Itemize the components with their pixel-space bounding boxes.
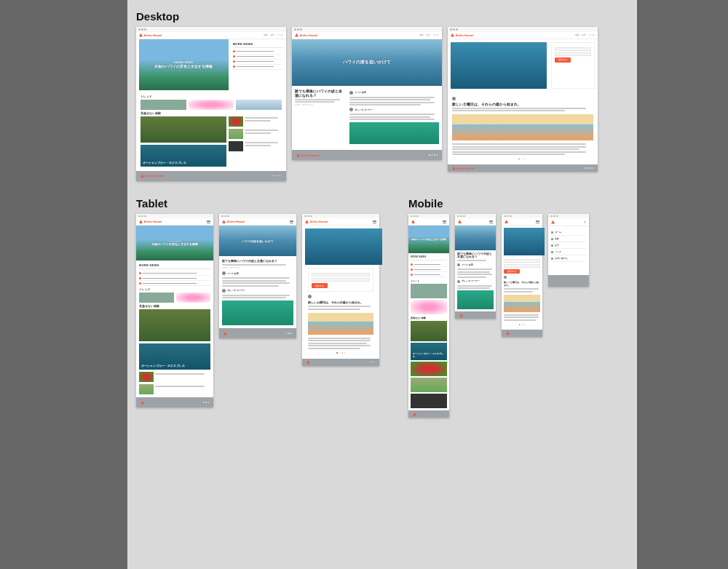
thumb-card[interactable]: [236, 100, 282, 110]
inline-photo: [222, 301, 293, 325]
email-field[interactable]: [312, 278, 370, 282]
gallery-image[interactable]: [504, 228, 545, 255]
author-byline[interactable]: ブレンダ カーサー: [222, 289, 293, 293]
menu-icon[interactable]: [489, 220, 493, 223]
news-link[interactable]: [233, 65, 283, 70]
name-field[interactable]: [555, 47, 591, 51]
social-icon[interactable]: [281, 175, 282, 177]
thumb-card[interactable]: [411, 362, 447, 376]
news-link[interactable]: [411, 262, 447, 267]
submit-button[interactable]: 送信する: [312, 283, 328, 288]
pager-dot[interactable]: [518, 159, 520, 160]
menu-icon[interactable]: [207, 220, 210, 223]
more-news-heading: MORE NEWS: [233, 42, 283, 46]
list-item[interactable]: [139, 384, 210, 394]
menu-icon[interactable]: [373, 220, 376, 223]
brand[interactable]: Aloha Hawaii: [139, 220, 162, 223]
thumb-card[interactable]: [411, 378, 447, 392]
author-byline[interactable]: マーク 杉田: [222, 271, 293, 275]
close-icon[interactable]: ×: [584, 220, 586, 224]
brand[interactable]: Aloha Hawaii: [295, 33, 317, 37]
brand[interactable]: Aloha Hawaii: [305, 220, 328, 223]
nav-link[interactable]: ブログ: [551, 249, 586, 255]
gallery-image[interactable]: [451, 42, 547, 89]
mobile-nav-menu: ホーム 体験 旅行 ブログ お問い合わせ: [548, 226, 589, 265]
nav-link[interactable]: ブログ: [588, 33, 595, 36]
nav-link[interactable]: 旅行: [270, 33, 274, 36]
list-item[interactable]: [229, 141, 282, 151]
hero-image[interactable]: 本物のハワイの景色と文化する情報: [408, 226, 449, 253]
news-link[interactable]: [233, 60, 283, 65]
menu-icon[interactable]: [536, 220, 539, 223]
news-link[interactable]: [233, 49, 283, 55]
news-link[interactable]: [411, 272, 447, 277]
nav-link[interactable]: ブログ: [432, 33, 439, 36]
home-icon: [551, 231, 553, 234]
email-field[interactable]: [504, 264, 540, 268]
thumb-card[interactable]: [411, 394, 447, 408]
social-icon[interactable]: [276, 175, 277, 177]
feature-card[interactable]: [141, 116, 226, 143]
social-icon[interactable]: [273, 175, 274, 177]
blog-icon: [551, 251, 553, 253]
tag[interactable]: ハワイ: [295, 104, 301, 106]
footer: [548, 275, 589, 287]
bullet-icon: [233, 60, 235, 63]
nav-link[interactable]: 体験: [575, 33, 579, 36]
nav-link[interactable]: 旅行: [426, 33, 430, 36]
list-item[interactable]: [229, 116, 282, 127]
brand[interactable]: Aloha Hawaii: [451, 33, 473, 37]
name-field[interactable]: [312, 273, 370, 276]
social-icon[interactable]: [278, 175, 280, 177]
pager-dot[interactable]: [526, 159, 528, 160]
nav-link[interactable]: 体験: [419, 33, 424, 36]
pager-dot[interactable]: [523, 159, 525, 160]
nav-link[interactable]: 体験: [551, 236, 586, 242]
thumb-card[interactable]: [411, 284, 447, 298]
author-byline[interactable]: ブレンダ カーサー: [349, 108, 439, 111]
gallery-image[interactable]: [305, 228, 382, 265]
pager-dot[interactable]: [521, 159, 523, 160]
author-byline[interactable]: マーク 杉田: [349, 91, 439, 95]
name-field[interactable]: [504, 259, 540, 263]
news-link[interactable]: [139, 271, 210, 276]
feature-card[interactable]: オーシャンブルー・エクスプレス: [141, 145, 226, 167]
brand[interactable]: Aloha Hawaii: [222, 220, 245, 223]
feature-card[interactable]: [139, 309, 210, 341]
tablet-gallery-mock: Aloha Hawaii 送信する 新しい土曜日は、それらの庭から始まれ。: [302, 214, 379, 366]
mobile-nav-mock: × ホーム 体験 旅行 ブログ お問い合わせ: [548, 214, 589, 287]
brand[interactable]: Aloha Hawaii: [139, 33, 162, 37]
footer-brand[interactable]: Aloha Hawaii: [141, 174, 163, 178]
list-item[interactable]: [139, 372, 210, 382]
logo-icon: [141, 174, 144, 178]
email-field[interactable]: [555, 52, 591, 56]
thumb-card[interactable]: [411, 300, 447, 314]
thumb-card[interactable]: [141, 100, 186, 110]
news-link[interactable]: [411, 267, 447, 272]
hero-image[interactable]: HAWAII NEWS 本物のハワイの景色と文化する情報: [139, 39, 229, 90]
menu-icon[interactable]: [443, 220, 446, 223]
news-link[interactable]: [139, 276, 210, 281]
nav-link[interactable]: お問い合わせ: [551, 255, 586, 262]
nav-link[interactable]: 旅行: [551, 242, 586, 249]
feature-card[interactable]: [411, 321, 447, 341]
submit-button[interactable]: 送信する: [555, 57, 571, 63]
nav-link[interactable]: 旅行: [582, 33, 586, 36]
thumb-card[interactable]: [139, 293, 174, 303]
menu-icon[interactable]: [290, 220, 293, 223]
list-item[interactable]: [229, 129, 282, 139]
feature-card[interactable]: オーシャンブルー・エクスプレス: [139, 343, 210, 370]
nav-link[interactable]: 体験: [264, 33, 268, 36]
thumb-card[interactable]: [189, 100, 234, 110]
tag[interactable]: サーフィン: [303, 104, 314, 106]
nav-link[interactable]: ホーム: [551, 229, 586, 236]
submit-button[interactable]: 送信する: [504, 269, 520, 274]
experience-icon: [551, 238, 553, 240]
news-link[interactable]: [139, 281, 210, 286]
nav-link[interactable]: ブログ: [277, 33, 283, 36]
feature-card[interactable]: オーシャンブルー・エクスプレス: [411, 343, 447, 360]
thumb-card[interactable]: [176, 293, 211, 303]
hero-image[interactable]: HAWAII NEWS 本物のハワイの景色と文化する情報: [136, 226, 213, 260]
news-link[interactable]: [233, 55, 283, 60]
contact-form: 送信する: [551, 42, 595, 89]
